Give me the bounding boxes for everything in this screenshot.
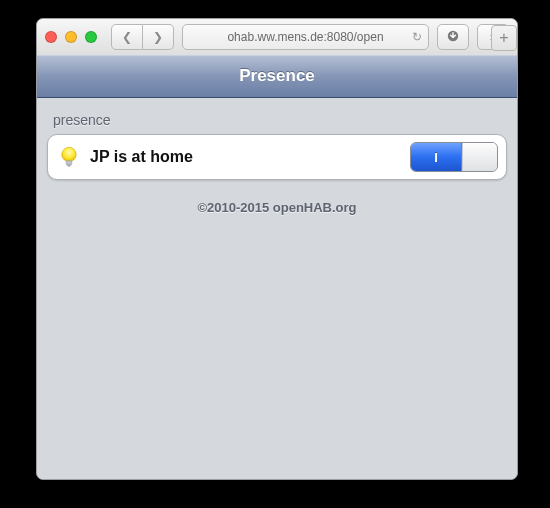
plus-icon: + — [499, 29, 508, 47]
page-header: Presence — [37, 55, 517, 98]
address-bar[interactable]: ohab.ww.mens.de:8080/open ↻ — [182, 24, 429, 50]
svg-rect-2 — [66, 161, 72, 165]
presence-toggle[interactable]: I — [410, 142, 498, 172]
presence-row: JP is at home I — [47, 134, 507, 180]
svg-point-1 — [62, 147, 76, 161]
presence-row-label: JP is at home — [90, 148, 402, 166]
toggle-on-segment: I — [411, 143, 462, 171]
chevron-left-icon: ❮ — [122, 30, 132, 44]
chevron-right-icon: ❯ — [153, 30, 163, 44]
nav-buttons: ❮ ❯ — [111, 24, 174, 50]
browser-toolbar: ❮ ❯ ohab.ww.mens.de:8080/open ↻ » + — [37, 19, 517, 56]
back-button[interactable]: ❮ — [111, 24, 143, 50]
zoom-window-button[interactable] — [85, 31, 97, 43]
toggle-knob — [462, 143, 497, 171]
reload-icon[interactable]: ↻ — [412, 30, 422, 44]
page-content: Presence presence JP is at home — [37, 55, 517, 479]
browser-window: ❮ ❯ ohab.ww.mens.de:8080/open ↻ » + — [36, 18, 518, 480]
lightbulb-icon — [56, 144, 82, 170]
section-label: presence — [37, 98, 517, 134]
close-window-button[interactable] — [45, 31, 57, 43]
footer-text: ©2010-2015 openHAB.org — [37, 200, 517, 215]
page-title: Presence — [239, 66, 315, 86]
svg-rect-3 — [67, 165, 70, 167]
minimize-window-button[interactable] — [65, 31, 77, 43]
address-bar-text: ohab.ww.mens.de:8080/open — [227, 30, 383, 44]
forward-button[interactable]: ❯ — [143, 24, 174, 50]
window-controls — [45, 31, 97, 43]
new-tab-button[interactable]: + — [491, 25, 517, 51]
downloads-button[interactable] — [437, 24, 469, 50]
download-icon — [447, 30, 459, 45]
toggle-on-indicator-icon: I — [434, 150, 438, 165]
